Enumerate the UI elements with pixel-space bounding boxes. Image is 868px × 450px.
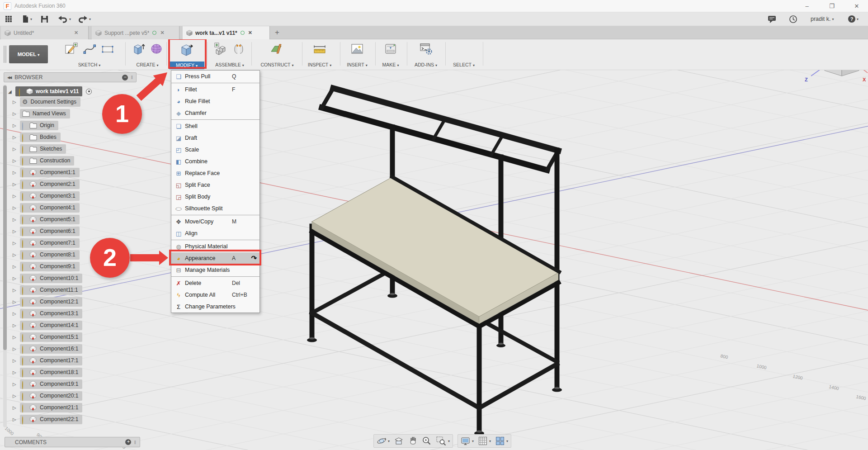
file-menu-caret-icon: ▾ — [30, 17, 32, 21]
close-button[interactable]: ✕ — [850, 2, 863, 10]
user-caret-icon: ▾ — [832, 17, 834, 21]
fusion-logo-icon: F — [4, 2, 11, 10]
tab-work-table-v11[interactable]: work ta...v1 v11* ✕ — [183, 26, 270, 39]
redo-button[interactable]: ▾ — [78, 14, 91, 24]
clock-icon — [789, 15, 797, 24]
feedback-bubble-icon — [768, 15, 777, 24]
redo-caret-icon: ▾ — [89, 17, 91, 21]
user-account-button[interactable]: pradit k. ▾ — [811, 14, 834, 24]
tab-support-pete-v5[interactable]: Support ...pete v5* ✕ — [92, 26, 179, 39]
username: pradit k. — [811, 16, 830, 22]
annotation-arrows — [0, 0, 868, 450]
tab-label: Support ...pete v5* — [104, 30, 149, 36]
save-icon — [41, 15, 48, 23]
undo-caret-icon: ▾ — [69, 17, 71, 21]
tab-label: work ta...v1 v11* — [195, 30, 237, 36]
document-cube-icon — [186, 30, 193, 36]
tab-close-icon[interactable]: ✕ — [160, 30, 164, 36]
annotation-step-1: 1 — [102, 94, 142, 134]
annotation-step-2: 2 — [90, 238, 130, 278]
save-button[interactable] — [41, 14, 48, 24]
app-grid-icon — [5, 15, 13, 23]
tab-label: Untitled* — [14, 30, 71, 36]
app-grid-button[interactable] — [5, 14, 13, 24]
feedback-button[interactable] — [768, 14, 777, 24]
tab-untitled[interactable]: Untitled* ✕ — [1, 26, 89, 39]
document-cube-icon — [5, 30, 11, 36]
restore-button[interactable]: ❐ — [825, 2, 839, 10]
file-menu-button[interactable]: ▾ — [22, 14, 32, 24]
help-caret-icon: ▾ — [857, 17, 859, 21]
annotation-arrow-2 — [130, 251, 168, 265]
file-icon — [22, 15, 29, 23]
tab-close-icon[interactable]: ✕ — [248, 30, 252, 36]
annotation-arrow-1 — [137, 72, 167, 101]
document-tabbar: Untitled* ✕ Support ...pete v5* ✕ work t… — [0, 26, 868, 39]
window-titlebar: F Autodesk Fusion 360 – ❐ ✕ — [0, 0, 868, 12]
document-cube-icon — [95, 30, 102, 36]
redo-icon — [78, 15, 88, 23]
help-icon: ? — [848, 15, 855, 23]
sync-status-icon — [152, 31, 156, 35]
minimize-button[interactable]: – — [800, 2, 814, 10]
new-tab-button[interactable]: + — [275, 28, 279, 37]
job-status-button[interactable] — [789, 14, 797, 24]
help-button[interactable]: ? ▾ — [848, 14, 859, 24]
quick-access-toolbar: ▾ ▾ ▾ pradit k. ▾ ? ▾ — [0, 12, 868, 26]
undo-button[interactable]: ▾ — [58, 14, 71, 24]
tab-close-icon[interactable]: ✕ — [74, 30, 78, 36]
sync-status-icon — [241, 31, 245, 35]
app-title: Autodesk Fusion 360 — [14, 3, 66, 9]
undo-icon — [58, 15, 68, 23]
